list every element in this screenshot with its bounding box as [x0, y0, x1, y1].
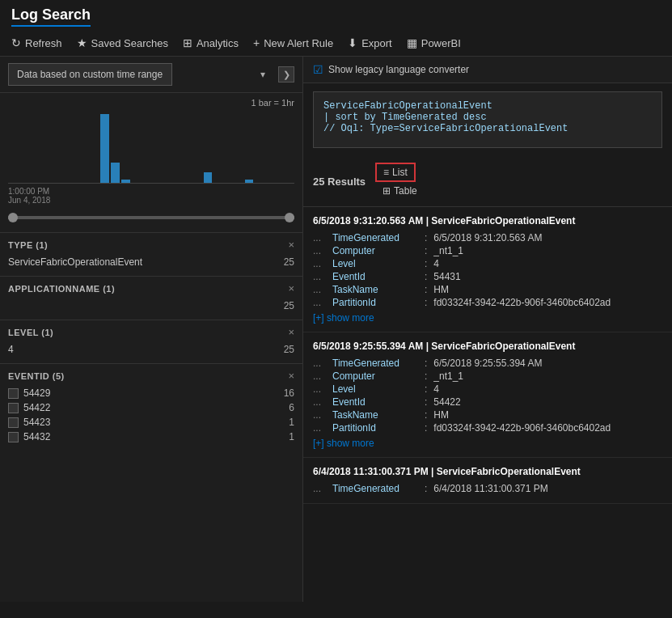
result-item: 6/4/2018 11:31:00.371 PM | ServiceFabric… — [303, 458, 672, 504]
result-field-expand[interactable]: ... — [313, 358, 329, 369]
slider-thumb-right[interactable] — [285, 213, 294, 222]
facet-title-level: LEVEL (1) — [8, 328, 53, 337]
result-field: ...PartitionId:fd03324f-3942-422b-906f-3… — [313, 296, 662, 309]
facet-type: TYPE (1)×ServiceFabricOperationalEvent25 — [0, 232, 302, 276]
powerbi-icon: ▦ — [407, 36, 417, 49]
result-item: 6/5/2018 9:31:20.563 AM | ServiceFabricO… — [303, 207, 672, 332]
result-field-expand[interactable]: ... — [313, 370, 329, 382]
right-panel: ☑ Show legacy language converter Service… — [303, 57, 672, 602]
result-field: ...Computer:_nt1_1 — [313, 370, 662, 383]
analytics-label: Analytics — [197, 37, 239, 49]
export-label: Export — [361, 37, 392, 49]
view-btn-table[interactable]: ⊞Table — [375, 182, 425, 200]
result-field-colon: : — [425, 383, 427, 395]
facet-value-text: 54429 — [23, 387, 50, 399]
result-field-key: Computer — [332, 370, 421, 382]
result-field-value: 54422 — [433, 396, 460, 408]
facet-close-eventid[interactable]: × — [288, 370, 294, 381]
result-field-expand[interactable]: ... — [313, 284, 329, 295]
view-buttons: ≡List⊞Table — [375, 163, 425, 200]
result-field-value: _nt1_1 — [433, 245, 463, 256]
chart-x-label: 1:00:00 PM Jun 4, 2018 — [8, 187, 294, 205]
result-field-expand[interactable]: ... — [313, 258, 329, 269]
left-panel: Data based on custom time range ❯ 1 bar … — [0, 57, 303, 602]
facet-close-applicationname[interactable]: × — [288, 283, 294, 294]
slider-track — [8, 216, 294, 219]
chart-area: 1 bar = 1hr 1:00:00 PM Jun 4, 2018 — [0, 93, 302, 205]
new-alert-rule-label: New Alert Rule — [264, 37, 333, 49]
facet-row: 425 — [8, 342, 294, 357]
facet-eventid: EVENTID (5)×5442916544226544231544321 — [0, 363, 302, 451]
toolbar: ↻Refresh★Saved Searches⊞Analytics+New Al… — [11, 33, 661, 53]
facet-count: 6 — [289, 402, 294, 413]
slider-fill — [8, 216, 294, 219]
toolbar-btn-refresh[interactable]: ↻Refresh — [11, 33, 62, 53]
result-field-expand[interactable]: ... — [313, 245, 329, 256]
show-more-link[interactable]: [+] show more — [313, 312, 374, 324]
facet-row-left: 54429 — [8, 387, 277, 399]
view-btn-list[interactable]: ≡List — [375, 163, 416, 182]
result-field-expand[interactable]: ... — [313, 271, 329, 282]
facet-checkbox[interactable] — [8, 403, 19, 413]
list-view-icon: ≡ — [383, 167, 389, 178]
facet-value-text: 54422 — [23, 402, 50, 413]
result-field-expand[interactable]: ... — [313, 396, 329, 408]
facet-checkbox[interactable] — [8, 432, 19, 442]
result-field-key: EventId — [332, 396, 421, 408]
facet-header-type: TYPE (1)× — [8, 239, 294, 250]
result-field: ...TaskName:HM — [313, 283, 662, 296]
results-count: 25 Results — [313, 176, 366, 188]
facet-value-text: ServiceFabricOperationalEvent — [8, 256, 142, 268]
facet-row: 25 — [8, 298, 294, 313]
query-box[interactable]: ServiceFabricOperationalEvent | sort by … — [313, 91, 662, 148]
toolbar-btn-new-alert-rule[interactable]: +New Alert Rule — [253, 33, 333, 53]
facet-checkbox[interactable] — [8, 417, 19, 428]
facet-checkbox[interactable] — [8, 388, 19, 399]
slider-container — [0, 205, 302, 232]
facet-row-left: 54432 — [8, 431, 282, 442]
result-title: 6/5/2018 9:25:55.394 AM | ServiceFabricO… — [313, 341, 662, 352]
result-field-expand[interactable]: ... — [313, 297, 329, 308]
time-range-select[interactable]: Data based on custom time range — [8, 63, 172, 86]
result-field-key: Level — [332, 383, 421, 395]
saved-searches-icon: ★ — [77, 36, 87, 49]
show-more-link[interactable]: [+] show more — [313, 438, 374, 449]
facet-close-level[interactable]: × — [288, 327, 294, 337]
result-field-colon: : — [425, 370, 427, 382]
collapse-button[interactable]: ❯ — [278, 66, 294, 83]
refresh-label: Refresh — [25, 37, 62, 49]
result-field: ...EventId:54422 — [313, 396, 662, 408]
toolbar-btn-saved-searches[interactable]: ★Saved Searches — [77, 33, 168, 53]
new-alert-rule-icon: + — [253, 36, 260, 49]
result-field-expand[interactable]: ... — [313, 232, 329, 243]
result-field-expand[interactable]: ... — [313, 483, 329, 494]
facet-count: 1 — [289, 417, 294, 428]
result-field-colon: : — [425, 483, 427, 494]
result-field-expand[interactable]: ... — [313, 409, 329, 421]
result-field-expand[interactable]: ... — [313, 422, 329, 434]
result-field-colon: : — [425, 396, 427, 408]
toolbar-btn-powerbi[interactable]: ▦PowerBI — [407, 33, 461, 53]
result-field-key: Computer — [332, 245, 421, 256]
result-field-colon: : — [425, 358, 427, 369]
facet-count: 25 — [284, 256, 294, 268]
time-range-bar: Data based on custom time range ❯ — [0, 57, 302, 93]
facet-close-type[interactable]: × — [288, 239, 294, 250]
facet-title-type: TYPE (1) — [8, 240, 48, 250]
slider-thumb-left[interactable] — [8, 213, 18, 222]
facet-count: 16 — [284, 387, 294, 399]
result-field-key: Level — [332, 258, 421, 269]
toolbar-btn-export[interactable]: ⬇Export — [348, 33, 392, 53]
result-field: ...EventId:54431 — [313, 270, 662, 283]
toolbar-btn-analytics[interactable]: ⊞Analytics — [183, 33, 239, 53]
result-field-colon: : — [425, 297, 427, 308]
result-field-value: 54431 — [433, 271, 460, 282]
result-field-expand[interactable]: ... — [313, 383, 329, 395]
result-field-value: fd03324f-3942-422b-906f-3460bc6402ad — [433, 422, 611, 434]
legacy-checkbox-icon[interactable]: ☑ — [313, 63, 323, 76]
analytics-icon: ⊞ — [183, 36, 192, 49]
result-field-key: TaskName — [332, 284, 421, 295]
result-field-colon: : — [425, 409, 427, 421]
result-field-key: EventId — [332, 271, 421, 282]
result-field: ...Level:4 — [313, 383, 662, 396]
